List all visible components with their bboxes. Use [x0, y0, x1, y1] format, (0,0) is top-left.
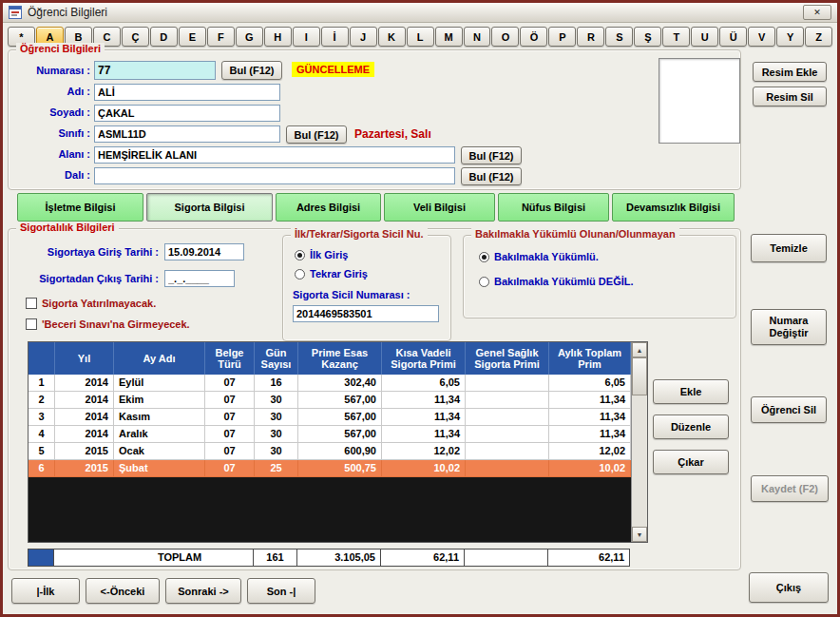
table-row[interactable]: 42014Aralık0730567,0011,3411,34	[29, 426, 631, 443]
ekle-button[interactable]: Ekle	[653, 379, 729, 404]
tab-devamsizlik-bilgisi[interactable]: Devamsızlık Bilgisi	[612, 193, 735, 222]
column-header[interactable]	[29, 342, 55, 375]
numara-degistir-button[interactable]: Numara Değiştir	[751, 309, 827, 345]
tab-sigorta-bilgisi[interactable]: Sigorta Bilgisi	[146, 193, 273, 222]
tab-adres-bilgisi[interactable]: Adres Bilgisi	[276, 193, 381, 222]
cikis-tarihi-input[interactable]	[164, 270, 235, 287]
alphabet-button-H[interactable]: H	[264, 27, 292, 47]
alani-bul-button[interactable]: Bul (F12)	[461, 146, 522, 164]
kaydet-button[interactable]: Kaydet (F2)	[751, 475, 829, 502]
column-header[interactable]: Gün Sayısı	[255, 342, 298, 375]
soyadi-label: Soyadı :	[10, 106, 90, 118]
alani-input[interactable]	[94, 146, 455, 164]
table-row[interactable]: 32014Kasım0730567,0011,3411,34	[29, 409, 631, 426]
alphabet-button-R[interactable]: R	[577, 27, 604, 47]
column-header[interactable]: Aylık Toplam Prim	[549, 342, 631, 375]
tab-nufus-bilgisi[interactable]: Nüfus Bilgisi	[498, 193, 609, 222]
radio-icon[interactable]	[295, 250, 305, 260]
resim-ekle-button[interactable]: Resim Ekle	[753, 62, 827, 82]
duzenle-button[interactable]: Düzenle	[653, 415, 729, 439]
column-header[interactable]: Ay Adı	[114, 342, 205, 375]
alphabet-button-O[interactable]: O	[491, 27, 519, 47]
column-header[interactable]: Yıl	[55, 342, 114, 375]
alphabet-button-E[interactable]: E	[179, 27, 206, 47]
scroll-down-icon[interactable]: ▼	[632, 527, 647, 542]
alphabet-button-Z[interactable]: Z	[805, 27, 832, 47]
giris-tarihi-label: Sigortaya Giriş Tarihi :	[9, 246, 159, 258]
column-header[interactable]: Genel Sağlık Sigorta Primi	[466, 342, 549, 375]
resim-sil-button[interactable]: Resim Sil	[753, 87, 827, 106]
nav-first-button[interactable]: |-İlk	[11, 578, 80, 604]
alphabet-button-Ö[interactable]: Ö	[520, 27, 547, 47]
alphabet-button-U[interactable]: U	[691, 27, 718, 47]
alphabet-button-S[interactable]: S	[605, 27, 633, 47]
alphabet-button-D[interactable]: D	[150, 27, 178, 47]
column-header[interactable]: Kısa Vadeli Sigorta Primi	[382, 342, 466, 375]
dali-input[interactable]	[94, 167, 455, 184]
column-header[interactable]: Belge Türü	[205, 342, 255, 375]
checkbox-icon[interactable]	[26, 318, 37, 330]
nav-last-button[interactable]: Son -|	[247, 578, 315, 604]
alphabet-button-J[interactable]: J	[350, 27, 377, 47]
total-gun: 161	[254, 549, 297, 567]
alphabet-button-Ş[interactable]: Ş	[634, 27, 661, 47]
tab-isletme-bilgisi[interactable]: İşletme Bilgisi	[17, 193, 143, 222]
table-row[interactable]: 62015Şubat0725500,7510,0210,02	[29, 460, 631, 477]
sinifi-bul-button[interactable]: Bul (F12)	[286, 125, 347, 144]
alphabet-button-Ü[interactable]: Ü	[719, 27, 747, 47]
section-tabs: İşletme Bilgisi Sigorta Bilgisi Adres Bi…	[17, 193, 735, 222]
table-row[interactable]: 22014Ekim0730567,0011,3411,34	[29, 392, 631, 409]
table-row[interactable]: 52015Ocak0730600,9012,0212,02	[29, 443, 631, 460]
alphabet-button-Ç[interactable]: Ç	[122, 27, 149, 47]
alphabet-button-P[interactable]: P	[548, 27, 576, 47]
scroll-thumb[interactable]	[632, 357, 647, 395]
alphabet-button-I[interactable]: I	[293, 27, 320, 47]
tekrar-giris-radio[interactable]: Tekrar Giriş	[295, 268, 368, 280]
cikis-button[interactable]: Çıkış	[749, 572, 829, 603]
numara-input[interactable]	[94, 61, 216, 80]
alphabet-button-L[interactable]: L	[407, 27, 434, 47]
numara-bul-button[interactable]: Bul (F12)	[221, 61, 282, 80]
titlebar[interactable]: Öğrenci Bilgileri ✕	[3, 3, 837, 23]
table-scrollbar[interactable]: ▲ ▼	[631, 342, 647, 542]
cikar-button[interactable]: Çıkar	[653, 450, 729, 474]
checkbox-icon[interactable]	[26, 298, 37, 309]
column-header[interactable]: Prime Esas Kazanç	[298, 342, 382, 375]
sicil-numarasi-input[interactable]	[293, 305, 439, 322]
radio-icon[interactable]	[479, 252, 489, 262]
dali-bul-button[interactable]: Bul (F12)	[461, 167, 522, 185]
scroll-up-icon[interactable]: ▲	[632, 342, 647, 357]
soyadi-input[interactable]	[94, 105, 280, 122]
yukumlu-degil-radio[interactable]: Bakılmakla Yükümlü DEĞİL.	[479, 276, 634, 287]
row-number-cell: 5	[29, 443, 55, 460]
table-cell: 11,34	[549, 392, 631, 409]
alphabet-button-T[interactable]: T	[662, 27, 690, 47]
tab-veli-bilgisi[interactable]: Veli Bilgisi	[384, 193, 495, 222]
alphabet-button-V[interactable]: V	[748, 27, 775, 47]
ogrenci-sil-button[interactable]: Öğrenci Sil	[751, 396, 827, 423]
radio-icon[interactable]	[295, 269, 305, 280]
alphabet-button-Y[interactable]: Y	[776, 27, 804, 47]
nav-prev-button[interactable]: <-Önceki	[86, 578, 160, 604]
sinifi-input[interactable]	[94, 125, 280, 143]
alphabet-button-G[interactable]: G	[236, 27, 263, 47]
nav-next-button[interactable]: Sonraki ->	[165, 578, 241, 604]
table-cell	[466, 426, 549, 443]
yukumlu-radio[interactable]: Bakılmakla Yükümlü.	[479, 251, 599, 262]
radio-icon[interactable]	[479, 277, 489, 287]
ilk-giris-radio[interactable]: İlk Giriş	[295, 249, 348, 260]
sigorta-yatirilmayacak-checkbox[interactable]: Sigorta Yatırılmayacak.	[26, 298, 156, 309]
close-button[interactable]: ✕	[803, 5, 831, 20]
alphabet-button-K[interactable]: K	[378, 27, 406, 47]
temizle-button[interactable]: Temizle	[751, 234, 827, 262]
alphabet-button-N[interactable]: N	[464, 27, 491, 47]
alphabet-button-İ[interactable]: İ	[321, 27, 349, 47]
alphabet-button-M[interactable]: M	[435, 27, 463, 47]
scroll-track[interactable]	[632, 357, 647, 527]
table-row[interactable]: 12014Eylül0716302,406,056,05	[29, 375, 631, 392]
beceri-sinavi-checkbox[interactable]: 'Beceri Sınavı'na Girmeyecek.	[26, 318, 190, 330]
giris-tarihi-input[interactable]	[164, 243, 244, 260]
update-badge: GÜNCELLEME	[292, 62, 374, 77]
adi-input[interactable]	[94, 84, 280, 101]
alphabet-button-F[interactable]: F	[207, 27, 235, 47]
